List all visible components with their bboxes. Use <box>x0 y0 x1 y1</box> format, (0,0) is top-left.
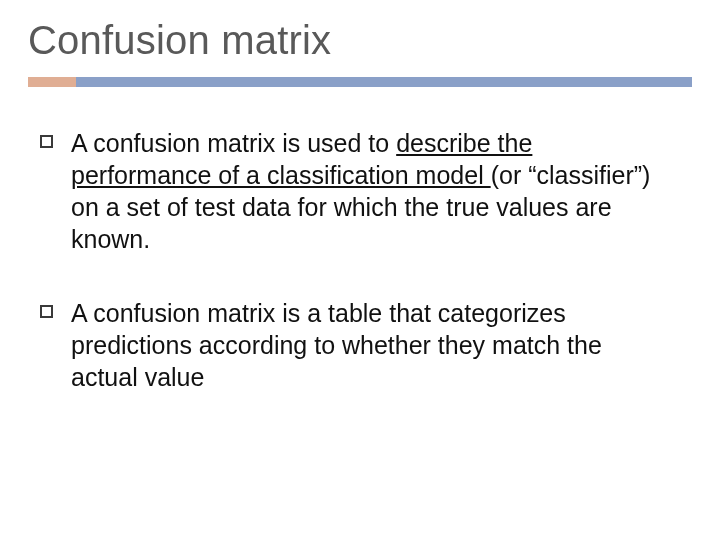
slide: Confusion matrix A confusion matrix is u… <box>0 0 720 540</box>
text-segment: A confusion matrix is a table that categ… <box>71 299 602 391</box>
text-segment: A confusion matrix is used to <box>71 129 396 157</box>
content-area: A confusion matrix is used to describe t… <box>28 127 692 393</box>
bullet-text: A confusion matrix is used to describe t… <box>71 127 668 255</box>
underlined-text: performance of a classification model <box>71 161 491 189</box>
list-item: A confusion matrix is a table that categ… <box>40 297 668 393</box>
divider-main <box>76 77 692 87</box>
page-title: Confusion matrix <box>28 18 692 63</box>
title-divider <box>28 77 692 87</box>
bullet-text: A confusion matrix is a table that categ… <box>71 297 668 393</box>
square-bullet-icon <box>40 135 53 148</box>
list-item: A confusion matrix is used to describe t… <box>40 127 668 255</box>
divider-accent <box>28 77 76 87</box>
square-bullet-icon <box>40 305 53 318</box>
underlined-text: describe the <box>396 129 532 157</box>
